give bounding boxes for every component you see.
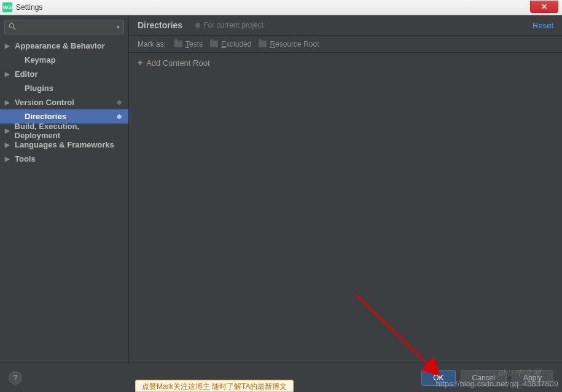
tree-item-appearance[interactable]: ▶Appearance & Behavior <box>0 39 128 53</box>
reset-link[interactable]: Reset <box>533 21 553 30</box>
titlebar: WS Settings ✕ <box>0 0 562 15</box>
project-badge-icon: ⊕ <box>115 98 123 107</box>
tree-label: Languages & Frameworks <box>15 140 114 149</box>
search-bar[interactable]: ▾ <box>4 20 124 34</box>
chevron-right-icon: ▶ <box>5 127 12 134</box>
tree-item-plugins[interactable]: ▶Plugins <box>0 81 128 95</box>
search-dropdown-icon[interactable]: ▾ <box>117 24 120 30</box>
ok-button[interactable]: OK <box>421 370 455 386</box>
tree-item-tools[interactable]: ▶Tools <box>0 152 128 166</box>
tree-item-build[interactable]: ▶Build, Execution, Deployment <box>0 123 128 138</box>
content-panel: Directories ⊕ For current project Reset … <box>129 15 562 363</box>
folder-icon <box>259 41 267 47</box>
close-button[interactable]: ✕ <box>530 1 558 13</box>
tree-item-keymap[interactable]: ▶Keymap <box>0 53 128 67</box>
for-project-text: For current project <box>203 21 263 29</box>
mark-excluded-label: Excluded <box>221 40 251 49</box>
svg-line-1 <box>14 28 15 29</box>
tree-item-editor[interactable]: ▶Editor <box>0 67 128 81</box>
mark-as-label: Mark as: <box>138 40 166 49</box>
tree-label: Appearance & Behavior <box>15 41 105 50</box>
orange-tip-overlay: 点赞Mark关注这博主 随时了解TA的最新博文 <box>135 380 294 392</box>
folder-icon <box>210 41 218 47</box>
mark-as-row: Mark as: Tests Excluded Resource Root <box>129 36 562 53</box>
chevron-right-icon: ▶ <box>5 71 12 77</box>
php-watermark: php 中文网 <box>499 367 541 378</box>
mark-tests-label: Tests <box>185 40 203 49</box>
mark-resource-label: Resource Root <box>270 40 319 49</box>
add-content-root[interactable]: + Add Content Root <box>129 53 562 73</box>
app-icon: WS <box>2 2 12 12</box>
tree-label: Editor <box>15 69 38 79</box>
mark-tests[interactable]: Tests <box>174 40 203 49</box>
tree-label: Tools <box>15 154 36 163</box>
tree-label: Version Control <box>15 98 74 107</box>
mark-resource-root[interactable]: Resource Root <box>259 40 319 49</box>
search-input[interactable] <box>18 23 117 31</box>
add-root-label: Add Content Root <box>146 58 209 68</box>
settings-tree: ▶Appearance & Behavior ▶Keymap ▶Editor ▶… <box>0 37 128 363</box>
tree-label: Directories <box>25 112 66 121</box>
content-title: Directories <box>138 20 182 30</box>
help-button[interactable]: ? <box>9 371 22 385</box>
tree-label: Plugins <box>25 84 53 93</box>
tree-label: Build, Execution, Deployment <box>15 122 123 140</box>
tree-item-version-control[interactable]: ▶Version Control⊕ <box>0 95 128 109</box>
tree-label: Keymap <box>25 55 56 65</box>
search-icon <box>9 23 16 32</box>
mark-excluded[interactable]: Excluded <box>210 40 251 49</box>
window-title: Settings <box>16 3 42 12</box>
chevron-right-icon: ▶ <box>5 42 12 49</box>
project-badge-icon: ⊕ <box>195 21 201 29</box>
chevron-right-icon: ▶ <box>5 141 12 148</box>
chevron-right-icon: ▶ <box>5 155 12 162</box>
tree-item-languages[interactable]: ▶Languages & Frameworks <box>0 138 128 152</box>
folder-icon <box>174 41 182 47</box>
svg-point-0 <box>10 23 14 28</box>
project-badge-icon: ⊕ <box>115 112 123 121</box>
chevron-right-icon: ▶ <box>5 99 12 106</box>
for-project-label: ⊕ For current project <box>195 21 263 29</box>
sidebar: ▾ ▶Appearance & Behavior ▶Keymap ▶Editor… <box>0 15 129 363</box>
window-controls: ✕ <box>530 2 560 13</box>
main-container: ▾ ▶Appearance & Behavior ▶Keymap ▶Editor… <box>0 15 562 363</box>
content-header: Directories ⊕ For current project Reset <box>129 15 562 36</box>
plus-icon: + <box>138 58 142 68</box>
